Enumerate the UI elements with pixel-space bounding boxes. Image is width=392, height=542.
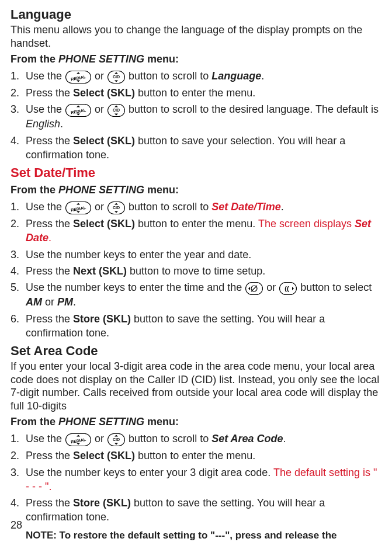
areacode-note: NOTE: To restore the default setting to … [26, 529, 383, 542]
datetime-steps: 1. Use the or button to scroll to Set Da… [11, 200, 383, 340]
language-intro: This menu allows you to change the langu… [11, 23, 383, 50]
language-step-4: 4. Press the Select (SKL) button to save… [11, 134, 383, 162]
cid-icon [107, 104, 125, 117]
cid-icon [107, 201, 125, 214]
mute-icon [245, 282, 263, 295]
redial-icon [65, 433, 91, 446]
datetime-step-6: 6. Press the Store (SKL) button to save … [11, 312, 383, 341]
heading-datetime: Set Date/Time [11, 165, 383, 180]
areacode-step-4: 4. Press the Store (SKL) button to save … [11, 496, 383, 524]
language-steps: 1. Use the or button to scroll to Langua… [11, 69, 383, 162]
areacode-step-1: 1. Use the or button to scroll to Set Ar… [11, 432, 383, 446]
cid-icon [107, 433, 125, 446]
areacode-menuline: From the PHONE SETTING menu: [11, 416, 383, 428]
language-step-3: 3. Use the or button to scroll to the de… [11, 102, 383, 131]
datetime-step-3: 3. Use the number keys to enter the year… [11, 248, 383, 262]
cid-icon [107, 71, 125, 84]
areacode-step-3: 3. Use the number keys to enter your 3 d… [11, 465, 383, 494]
ring-icon [279, 282, 297, 295]
language-menuline: From the PHONE SETTING menu: [11, 53, 383, 65]
areacode-step-2: 2. Press the Select (SKL) button to ente… [11, 449, 383, 463]
datetime-menuline: From the PHONE SETTING menu: [11, 184, 383, 196]
redial-icon [65, 104, 91, 117]
language-step-1: 1. Use the or button to scroll to Langua… [11, 69, 383, 84]
language-step-2: 2. Press the Select (SKL) button to ente… [11, 86, 383, 100]
datetime-step-4: 4. Press the Next (SKL) button to move t… [11, 264, 383, 278]
datetime-step-1: 1. Use the or button to scroll to Set Da… [11, 200, 383, 214]
heading-areacode: Set Area Code [11, 343, 383, 359]
page-number: 28 [11, 519, 22, 531]
redial-icon [65, 201, 91, 214]
areacode-steps: 1. Use the or button to scroll to Set Ar… [11, 432, 383, 524]
areacode-intro: If you enter your local 3-digit area cod… [11, 360, 383, 412]
datetime-step-2: 2. Press the Select (SKL) button to ente… [11, 217, 383, 245]
datetime-step-5: 5. Use the number keys to enter the time… [11, 280, 383, 309]
redial-icon [65, 71, 91, 84]
heading-language: Language [11, 7, 383, 22]
